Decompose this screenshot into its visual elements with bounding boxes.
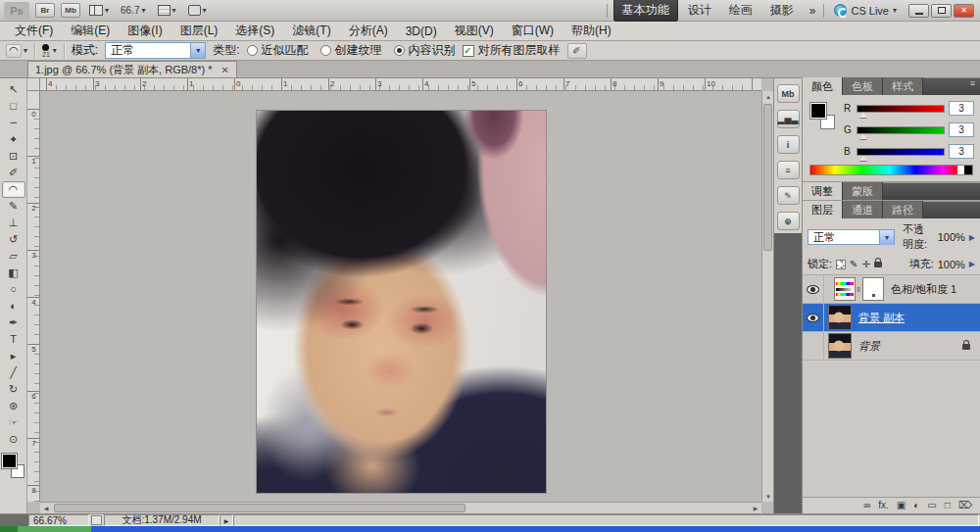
tool-button[interactable]: ◠ xyxy=(2,181,25,198)
channel-slider-track[interactable] xyxy=(857,148,945,156)
lock-pixels-icon[interactable]: ✎ xyxy=(850,260,858,269)
fill-spinner-icon[interactable]: ▶ xyxy=(969,260,975,268)
workspace-button[interactable]: 基本功能 xyxy=(613,0,678,22)
tool-button[interactable]: □ xyxy=(2,98,25,115)
tool-preset-picker[interactable]: ◠ xyxy=(6,44,27,58)
scroll-up-arrow[interactable]: ▲ xyxy=(762,91,773,102)
fill-value[interactable]: 100% xyxy=(938,259,965,270)
scroll-left-arrow[interactable]: ◀ xyxy=(40,503,52,513)
panel-tab[interactable]: 色板 xyxy=(843,77,883,95)
bridge-launch-button[interactable]: Br xyxy=(35,3,55,18)
slider-handle[interactable] xyxy=(859,134,867,139)
vertical-scroll-thumb[interactable] xyxy=(763,104,772,251)
tool-button[interactable]: ✐ xyxy=(2,165,25,181)
arrange-documents-button[interactable] xyxy=(86,3,112,19)
status-zoom-field[interactable]: 66.67% xyxy=(28,514,89,526)
layer-mask-thumbnail[interactable] xyxy=(862,277,884,301)
layer-row[interactable]: ∞ 色相/饱和度 1 xyxy=(803,275,980,304)
tool-button[interactable]: ✦ xyxy=(2,131,25,148)
view-extras-button[interactable] xyxy=(155,3,179,19)
minimize-button[interactable] xyxy=(908,4,929,18)
tool-button[interactable]: ∽ xyxy=(2,115,25,131)
document-tab[interactable]: 1.jpg @ 66.7% (背景 副本, RGB/8*) * ✕ xyxy=(27,61,237,77)
panel-tab[interactable]: 图层 xyxy=(803,201,843,218)
tab-close-icon[interactable]: ✕ xyxy=(221,65,229,75)
mini-bridge-launch-button[interactable]: Mb xyxy=(61,3,80,18)
menu-item[interactable]: 编辑(E) xyxy=(62,21,119,41)
menu-item[interactable]: 帮助(H) xyxy=(563,21,620,41)
opacity-value[interactable]: 100% xyxy=(938,231,965,243)
layer-row[interactable]: ∞ 背景 副本 xyxy=(803,304,980,332)
panel-tab[interactable]: 调整 xyxy=(803,182,843,200)
photo-canvas[interactable] xyxy=(257,111,546,493)
slider-handle[interactable] xyxy=(859,113,867,118)
type-radio-option[interactable]: 近似匹配 xyxy=(247,42,309,59)
layer-name[interactable]: 色相/饱和度 1 xyxy=(891,282,956,297)
tool-button[interactable]: ▱ xyxy=(2,248,25,265)
tool-button[interactable]: ↖ xyxy=(2,81,25,98)
mode-select[interactable]: 正常 xyxy=(105,42,206,59)
dock-panel-button[interactable]: ▂▅▃ xyxy=(777,110,800,128)
panel-tab[interactable]: 样式 xyxy=(883,77,923,95)
menu-item[interactable]: 分析(A) xyxy=(340,21,397,41)
dock-panel-button[interactable]: ⊕ xyxy=(777,212,800,230)
panel-tab[interactable]: 通道 xyxy=(843,201,883,218)
dock-panel-button[interactable]: ✎ xyxy=(777,186,800,205)
horizontal-scrollbar[interactable]: ◀ ▶ xyxy=(40,502,761,513)
scroll-right-arrow[interactable]: ▶ xyxy=(750,503,761,513)
close-button[interactable]: ✕ xyxy=(954,4,974,18)
tool-button[interactable]: ☞ xyxy=(2,414,25,431)
blend-mode-select[interactable]: 正常 xyxy=(808,229,895,245)
layer-row[interactable]: ∞ 背景 xyxy=(803,332,980,361)
tool-button[interactable]: ⊙ xyxy=(2,431,25,448)
cs-live-button[interactable]: CS Live xyxy=(830,4,901,17)
screen-mode-button[interactable] xyxy=(185,3,210,19)
menu-item[interactable]: 选择(S) xyxy=(226,21,283,41)
foreground-color-swatch[interactable] xyxy=(2,454,17,468)
tool-button[interactable]: ╱ xyxy=(2,364,25,381)
channel-value-field[interactable]: 3 xyxy=(949,122,974,137)
layers-footer-button[interactable]: ∞ xyxy=(863,501,870,510)
channel-slider-track[interactable] xyxy=(857,105,945,113)
lock-transparency-icon[interactable] xyxy=(836,260,846,269)
tool-button[interactable]: ▸ xyxy=(2,348,25,364)
layers-footer-button[interactable]: □ xyxy=(945,501,951,510)
opacity-spinner-icon[interactable]: ▶ xyxy=(969,233,975,242)
visibility-toggle[interactable] xyxy=(803,304,824,331)
tool-button[interactable]: ⊡ xyxy=(2,148,25,165)
workspace-overflow-button[interactable]: » xyxy=(808,4,818,18)
adjustment-layer-thumbnail[interactable] xyxy=(834,277,856,301)
workspace-button[interactable]: 设计 xyxy=(680,0,719,21)
panel-menu-icon[interactable]: ≡ xyxy=(965,78,980,95)
menu-item[interactable]: 窗口(W) xyxy=(503,21,563,41)
menu-item[interactable]: 视图(V) xyxy=(446,21,503,41)
workspace-button[interactable]: 绘画 xyxy=(721,0,760,21)
horizontal-scroll-thumb[interactable] xyxy=(54,504,466,512)
panel-tab[interactable]: 蒙版 xyxy=(843,182,883,200)
tablet-pressure-button[interactable]: ✐ xyxy=(567,43,587,59)
zoom-level-control[interactable]: 66.7 xyxy=(118,3,148,19)
tool-button[interactable]: ↺ xyxy=(2,231,25,248)
channel-slider-track[interactable] xyxy=(857,126,945,134)
layer-name[interactable]: 背景 xyxy=(858,339,880,354)
tool-button[interactable]: ◐ xyxy=(2,298,25,314)
layers-footer-button[interactable]: fx. xyxy=(878,501,889,510)
color-spectrum-ramp[interactable] xyxy=(809,165,973,175)
layer-thumbnail[interactable] xyxy=(828,333,852,359)
lock-position-icon[interactable]: ✛ xyxy=(861,260,869,269)
tool-button[interactable]: ⊥ xyxy=(2,215,25,231)
menu-item[interactable]: 图层(L) xyxy=(172,21,227,41)
layers-footer-button[interactable]: ◐ xyxy=(913,501,919,510)
tool-button[interactable]: ○ xyxy=(2,281,25,298)
scroll-down-arrow[interactable]: ▼ xyxy=(762,491,773,502)
menu-item[interactable]: 图像(I) xyxy=(119,21,171,41)
dropdown-arrow-icon[interactable] xyxy=(879,230,894,245)
status-options-arrow[interactable]: ▶ xyxy=(220,514,233,526)
menu-item[interactable]: 滤镜(T) xyxy=(283,21,339,41)
channel-value-field[interactable]: 3 xyxy=(949,101,974,116)
tool-button[interactable]: T xyxy=(2,331,25,348)
layers-footer-button[interactable]: ▭ xyxy=(927,501,936,510)
type-radio-option[interactable]: 创建纹理 xyxy=(320,42,382,59)
workspace-button[interactable]: 摄影 xyxy=(762,0,802,21)
layers-footer-button[interactable]: ⌦ xyxy=(958,501,972,510)
